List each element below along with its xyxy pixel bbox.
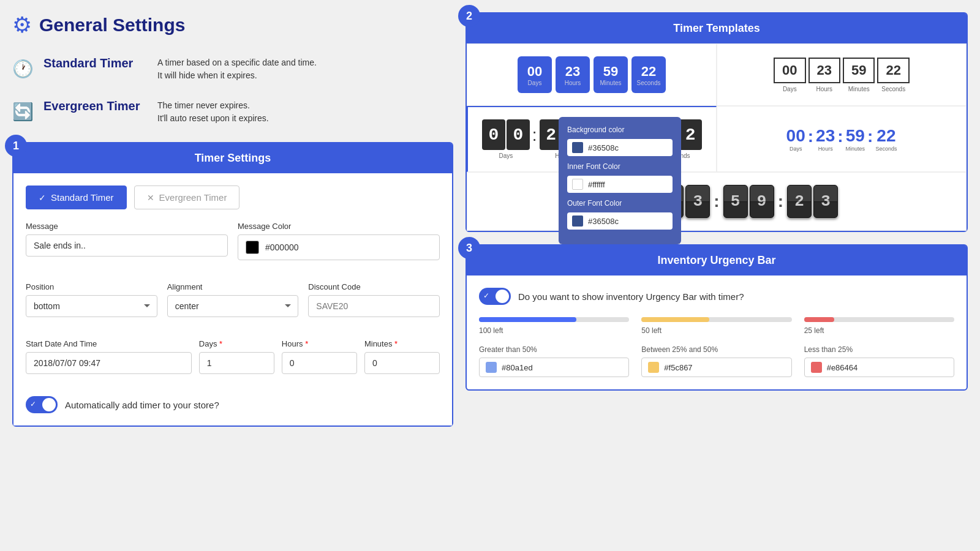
progress-bg-3: [804, 317, 954, 322]
minutes-input[interactable]: [364, 352, 440, 374]
start-date-input[interactable]: [26, 352, 192, 374]
timer-bordered-style: 00 Days 23 Hours 59 Minutes: [774, 58, 910, 92]
flip-days: 0 0 Days: [482, 119, 530, 159]
less-color-field[interactable]: #e86464: [804, 358, 954, 377]
discount-group: Discount Code: [308, 282, 440, 317]
message-input[interactable]: [26, 234, 228, 257]
bordered-seconds: 22 Seconds: [877, 58, 909, 92]
check-icon: ✓: [39, 193, 46, 203]
hours-input[interactable]: [282, 352, 357, 374]
inner-font-field[interactable]: #ffffff: [567, 176, 673, 193]
minutes-group: Minutes *: [364, 339, 440, 374]
message-color-group: Message Color #000000: [238, 222, 440, 260]
bordered-days: 00 Days: [774, 58, 805, 92]
alignment-label: Alignment: [167, 282, 299, 291]
dark-sep-2: :: [714, 192, 719, 211]
evergreen-timer-icon: 🔄: [12, 102, 34, 122]
message-row: Message Message Color #000000: [26, 222, 440, 271]
days-required: *: [219, 339, 222, 348]
dark-sep-3: :: [778, 192, 783, 211]
colon-sep-1: :: [808, 126, 813, 147]
less-swatch: [811, 362, 822, 373]
days-label: Days *: [199, 339, 274, 348]
position-select[interactable]: bottom top: [26, 295, 157, 317]
badge-1: 1: [5, 135, 27, 157]
alignment-select[interactable]: center left right: [167, 295, 299, 317]
message-color-swatch: [246, 241, 259, 254]
urgency-toggle-label: Do you want to show inventory Urgency Ba…: [518, 291, 744, 302]
greater-title: Greater than 50%: [479, 345, 629, 354]
inventory-urgency-box: 3 Inventory Urgency Bar ✓ Do you want to…: [466, 244, 968, 391]
urgency-bars: 100 left 50 left 25 left: [479, 317, 954, 335]
inventory-urgency-body: ✓ Do you want to show inventory Urgency …: [467, 276, 967, 389]
tab-standard[interactable]: ✓ Standard Timer: [26, 186, 127, 209]
bordered-hours: 23 Hours: [809, 58, 840, 92]
page-title: General Settings: [39, 15, 185, 36]
position-group: Position bottom top: [26, 282, 157, 317]
greater-color-field[interactable]: #80a1ed: [479, 358, 629, 377]
dark-minutes: 5 9: [723, 185, 774, 218]
template-5[interactable]: 0 0 : 2 3 : 5 9: [467, 172, 967, 231]
discount-input[interactable]: [308, 295, 440, 317]
between-color-field[interactable]: #f5c867: [641, 358, 791, 377]
urgency-color-2: Between 25% and 50% #f5c867: [641, 345, 791, 377]
hours-required: *: [305, 339, 308, 348]
start-date-group: Start Date And Time: [26, 339, 192, 374]
progress-fill-3: [804, 317, 834, 322]
between-title: Between 25% and 50%: [641, 345, 791, 354]
days-group: Days *: [199, 339, 274, 374]
template-4[interactable]: 00 Days : 23 Hours : 59 Minu: [717, 106, 967, 172]
right-panel: 2 Timer Templates Background color #3650…: [466, 12, 968, 427]
outer-font-val: #36508c: [588, 217, 619, 226]
progress-fill-2: [641, 317, 709, 322]
urgency-color-3: Less than 25% #e86464: [804, 345, 954, 377]
template-2[interactable]: 00 Days 23 Hours 59 Minutes: [717, 43, 967, 106]
alignment-group: Alignment center left right: [167, 282, 299, 317]
toggle-knob: [42, 398, 56, 411]
timer-settings-box: 1 Timer Settings ✓ Standard Timer ✕ Ever…: [12, 142, 453, 427]
timer-templates-header: Timer Templates: [467, 13, 967, 43]
less-val: #e86464: [827, 363, 858, 372]
message-color-label: Message Color: [238, 222, 440, 231]
days-input[interactable]: [199, 352, 274, 374]
urgency-toggle-knob: [496, 290, 509, 303]
bg-color-field[interactable]: #36508c: [567, 139, 673, 156]
timer-settings-body: ✓ Standard Timer ✕ Evergreen Timer Messa…: [13, 173, 452, 425]
start-date-label: Start Date And Time: [26, 339, 192, 348]
bar-item-2: 50 left: [641, 317, 791, 335]
timer-block-days: 00 Days: [518, 56, 552, 93]
date-row: Start Date And Time Days * Hours: [26, 339, 440, 385]
x-icon: ✕: [147, 193, 154, 203]
message-color-input[interactable]: #000000: [238, 234, 440, 260]
auto-add-toggle[interactable]: ✓: [26, 396, 58, 413]
minutes-label: Minutes *: [364, 339, 440, 348]
page-title-row: ⚙ General Settings: [12, 12, 453, 38]
tab-evergreen[interactable]: ✕ Evergreen Timer: [134, 186, 240, 209]
template-1[interactable]: 00 Days 23 Hours 59 Minutes: [467, 43, 717, 106]
timer-type-tabs: ✓ Standard Timer ✕ Evergreen Timer: [26, 186, 440, 209]
auto-add-row: ✓ Automatically add timer to your store?: [26, 396, 440, 413]
inner-font-swatch: [572, 179, 583, 190]
timer-settings-header: Timer Settings: [13, 143, 452, 173]
evergreen-timer-row: 🔄 Evergreen Timer The timer never expire…: [12, 99, 453, 125]
bar-label-3: 25 left: [804, 326, 824, 335]
bg-color-val: #36508c: [588, 143, 619, 152]
colon-sep-3: :: [867, 126, 873, 147]
toggle-check-icon: ✓: [30, 400, 36, 408]
greater-val: #80a1ed: [502, 363, 533, 372]
evergreen-timer-title: Evergreen Timer: [43, 99, 148, 113]
bg-color-title: Background color: [567, 126, 673, 134]
urgency-toggle-check: ✓: [483, 291, 489, 300]
templates-outer: Background color #36508c Inner Font Colo…: [467, 43, 967, 231]
bar-label-1: 100 left: [479, 326, 503, 335]
progress-fill-1: [479, 317, 576, 322]
timer-block-minutes: 59 Minutes: [594, 56, 628, 93]
less-title: Less than 25%: [804, 345, 954, 354]
inner-font-val: #ffffff: [588, 180, 605, 189]
outer-font-field[interactable]: #36508c: [567, 212, 673, 230]
outer-font-title: Outer Font Color: [567, 199, 673, 208]
inventory-urgency-header: Inventory Urgency Bar: [467, 246, 967, 276]
greater-swatch: [486, 362, 497, 373]
urgency-toggle[interactable]: ✓: [479, 288, 511, 305]
urgency-toggle-row: ✓ Do you want to show inventory Urgency …: [479, 288, 954, 305]
